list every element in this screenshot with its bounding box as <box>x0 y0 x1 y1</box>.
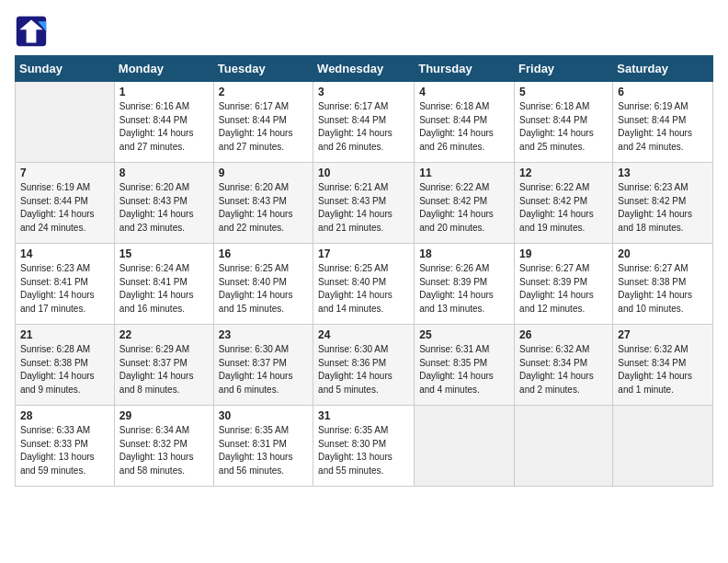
cell-info: Sunrise: 6:17 AM Sunset: 8:44 PM Dayligh… <box>219 100 308 154</box>
cell-info: Sunrise: 6:35 AM Sunset: 8:30 PM Dayligh… <box>318 424 409 477</box>
day-number: 29 <box>119 409 209 422</box>
day-number: 9 <box>219 167 308 179</box>
day-number: 3 <box>318 86 409 98</box>
cell-info: Sunrise: 6:16 AM Sunset: 8:44 PM Dayligh… <box>119 100 209 154</box>
day-number: 21 <box>20 328 109 341</box>
cell-info: Sunrise: 6:19 AM Sunset: 8:44 PM Dayligh… <box>20 181 109 235</box>
calendar-cell: 18Sunrise: 6:26 AM Sunset: 8:39 PM Dayli… <box>415 244 515 325</box>
logo-icon <box>15 15 48 48</box>
day-number: 1 <box>119 86 209 98</box>
calendar-cell: 3Sunrise: 6:17 AM Sunset: 8:44 PM Daylig… <box>313 82 415 163</box>
day-header-tuesday: Tuesday <box>213 56 313 82</box>
day-number: 13 <box>618 167 708 179</box>
week-row-3: 14Sunrise: 6:23 AM Sunset: 8:41 PM Dayli… <box>16 244 713 325</box>
calendar-cell: 10Sunrise: 6:21 AM Sunset: 8:43 PM Dayli… <box>313 163 415 244</box>
day-header-saturday: Saturday <box>613 56 713 82</box>
day-number: 20 <box>618 247 708 260</box>
cell-info: Sunrise: 6:25 AM Sunset: 8:40 PM Dayligh… <box>219 262 308 316</box>
calendar-cell: 15Sunrise: 6:24 AM Sunset: 8:41 PM Dayli… <box>114 244 213 325</box>
day-header-sunday: Sunday <box>16 56 115 82</box>
cell-info: Sunrise: 6:23 AM Sunset: 8:42 PM Dayligh… <box>618 181 708 235</box>
cell-info: Sunrise: 6:22 AM Sunset: 8:42 PM Dayligh… <box>419 181 509 235</box>
day-header-thursday: Thursday <box>415 56 515 82</box>
cell-info: Sunrise: 6:27 AM Sunset: 8:39 PM Dayligh… <box>519 262 608 316</box>
calendar-table: SundayMondayTuesdayWednesdayThursdayFrid… <box>15 55 713 487</box>
day-header-wednesday: Wednesday <box>313 56 415 82</box>
calendar-cell: 21Sunrise: 6:28 AM Sunset: 8:38 PM Dayli… <box>16 325 115 406</box>
cell-info: Sunrise: 6:29 AM Sunset: 8:37 PM Dayligh… <box>119 343 209 396</box>
day-number: 10 <box>318 167 409 179</box>
header <box>15 15 713 48</box>
calendar-cell: 20Sunrise: 6:27 AM Sunset: 8:38 PM Dayli… <box>613 244 713 325</box>
calendar-cell: 6Sunrise: 6:19 AM Sunset: 8:44 PM Daylig… <box>613 82 713 163</box>
day-number: 27 <box>618 328 708 341</box>
calendar-cell: 19Sunrise: 6:27 AM Sunset: 8:39 PM Dayli… <box>515 244 613 325</box>
cell-info: Sunrise: 6:27 AM Sunset: 8:38 PM Dayligh… <box>618 262 708 316</box>
header-row: SundayMondayTuesdayWednesdayThursdayFrid… <box>16 56 713 82</box>
cell-info: Sunrise: 6:20 AM Sunset: 8:43 PM Dayligh… <box>219 181 308 235</box>
calendar-cell: 5Sunrise: 6:18 AM Sunset: 8:44 PM Daylig… <box>515 82 613 163</box>
calendar-cell: 31Sunrise: 6:35 AM Sunset: 8:30 PM Dayli… <box>313 406 415 487</box>
week-row-5: 28Sunrise: 6:33 AM Sunset: 8:33 PM Dayli… <box>16 406 713 487</box>
calendar-cell: 27Sunrise: 6:32 AM Sunset: 8:34 PM Dayli… <box>613 325 713 406</box>
calendar-cell: 30Sunrise: 6:35 AM Sunset: 8:31 PM Dayli… <box>213 406 313 487</box>
calendar-cell: 28Sunrise: 6:33 AM Sunset: 8:33 PM Dayli… <box>16 406 115 487</box>
day-number: 18 <box>419 247 509 260</box>
calendar-cell: 17Sunrise: 6:25 AM Sunset: 8:40 PM Dayli… <box>313 244 415 325</box>
calendar-cell: 13Sunrise: 6:23 AM Sunset: 8:42 PM Dayli… <box>613 163 713 244</box>
cell-info: Sunrise: 6:30 AM Sunset: 8:37 PM Dayligh… <box>219 343 308 396</box>
calendar-cell: 26Sunrise: 6:32 AM Sunset: 8:34 PM Dayli… <box>515 325 613 406</box>
cell-info: Sunrise: 6:17 AM Sunset: 8:44 PM Dayligh… <box>318 100 409 154</box>
cell-info: Sunrise: 6:21 AM Sunset: 8:43 PM Dayligh… <box>318 181 409 235</box>
day-header-monday: Monday <box>114 56 213 82</box>
day-number: 12 <box>519 167 608 179</box>
day-number: 30 <box>219 409 308 422</box>
day-number: 4 <box>419 86 509 98</box>
cell-info: Sunrise: 6:31 AM Sunset: 8:35 PM Dayligh… <box>419 343 509 396</box>
calendar-cell: 12Sunrise: 6:22 AM Sunset: 8:42 PM Dayli… <box>515 163 613 244</box>
day-number: 2 <box>219 86 308 98</box>
cell-info: Sunrise: 6:26 AM Sunset: 8:39 PM Dayligh… <box>419 262 509 316</box>
week-row-4: 21Sunrise: 6:28 AM Sunset: 8:38 PM Dayli… <box>16 325 713 406</box>
week-row-1: 1Sunrise: 6:16 AM Sunset: 8:44 PM Daylig… <box>16 82 713 163</box>
day-number: 7 <box>20 167 109 179</box>
calendar-cell: 14Sunrise: 6:23 AM Sunset: 8:41 PM Dayli… <box>16 244 115 325</box>
cell-info: Sunrise: 6:22 AM Sunset: 8:42 PM Dayligh… <box>519 181 608 235</box>
calendar-cell: 8Sunrise: 6:20 AM Sunset: 8:43 PM Daylig… <box>114 163 213 244</box>
cell-info: Sunrise: 6:18 AM Sunset: 8:44 PM Dayligh… <box>419 100 509 154</box>
calendar-cell: 4Sunrise: 6:18 AM Sunset: 8:44 PM Daylig… <box>415 82 515 163</box>
calendar-cell <box>16 82 115 163</box>
day-number: 5 <box>519 86 608 98</box>
calendar-cell: 2Sunrise: 6:17 AM Sunset: 8:44 PM Daylig… <box>213 82 313 163</box>
logo <box>15 15 51 48</box>
cell-info: Sunrise: 6:33 AM Sunset: 8:33 PM Dayligh… <box>20 424 109 477</box>
cell-info: Sunrise: 6:28 AM Sunset: 8:38 PM Dayligh… <box>20 343 109 396</box>
day-number: 19 <box>519 247 608 260</box>
day-number: 28 <box>20 409 109 422</box>
calendar-cell: 24Sunrise: 6:30 AM Sunset: 8:36 PM Dayli… <box>313 325 415 406</box>
day-number: 31 <box>318 409 409 422</box>
cell-info: Sunrise: 6:25 AM Sunset: 8:40 PM Dayligh… <box>318 262 409 316</box>
cell-info: Sunrise: 6:34 AM Sunset: 8:32 PM Dayligh… <box>119 424 209 477</box>
day-number: 15 <box>119 247 209 260</box>
cell-info: Sunrise: 6:23 AM Sunset: 8:41 PM Dayligh… <box>20 262 109 316</box>
day-number: 14 <box>20 247 109 260</box>
day-number: 23 <box>219 328 308 341</box>
day-number: 6 <box>618 86 708 98</box>
cell-info: Sunrise: 6:19 AM Sunset: 8:44 PM Dayligh… <box>618 100 708 154</box>
calendar-cell: 23Sunrise: 6:30 AM Sunset: 8:37 PM Dayli… <box>213 325 313 406</box>
day-header-friday: Friday <box>515 56 613 82</box>
calendar-cell: 1Sunrise: 6:16 AM Sunset: 8:44 PM Daylig… <box>114 82 213 163</box>
calendar-cell: 11Sunrise: 6:22 AM Sunset: 8:42 PM Dayli… <box>415 163 515 244</box>
calendar-cell: 7Sunrise: 6:19 AM Sunset: 8:44 PM Daylig… <box>16 163 115 244</box>
day-number: 11 <box>419 167 509 179</box>
cell-info: Sunrise: 6:30 AM Sunset: 8:36 PM Dayligh… <box>318 343 409 396</box>
cell-info: Sunrise: 6:24 AM Sunset: 8:41 PM Dayligh… <box>119 262 209 316</box>
calendar-cell: 9Sunrise: 6:20 AM Sunset: 8:43 PM Daylig… <box>213 163 313 244</box>
calendar-cell <box>415 406 515 487</box>
cell-info: Sunrise: 6:32 AM Sunset: 8:34 PM Dayligh… <box>519 343 608 396</box>
week-row-2: 7Sunrise: 6:19 AM Sunset: 8:44 PM Daylig… <box>16 163 713 244</box>
day-number: 8 <box>119 167 209 179</box>
cell-info: Sunrise: 6:35 AM Sunset: 8:31 PM Dayligh… <box>219 424 308 477</box>
calendar-cell <box>613 406 713 487</box>
